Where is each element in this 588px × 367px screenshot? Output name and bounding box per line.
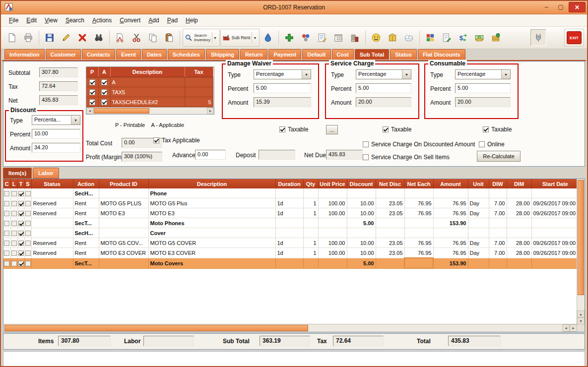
row-flag-cell[interactable] (17, 258, 24, 268)
items-cell[interactable] (99, 258, 148, 268)
items-cell[interactable] (489, 228, 507, 238)
online-checkbox[interactable] (479, 141, 485, 147)
discount-percent-field[interactable]: 10.00 (32, 129, 80, 139)
menu-add[interactable]: Add (144, 15, 163, 26)
items-cell[interactable]: 100.00 (318, 248, 347, 258)
items-cell[interactable]: 76.95 (404, 238, 433, 248)
items-cell[interactable]: Day (468, 248, 489, 258)
items-cell[interactable]: 1d (275, 248, 303, 258)
row-flag-cell[interactable] (10, 258, 17, 268)
items-cell[interactable] (507, 228, 531, 238)
items-cell[interactable]: 100.00 (318, 238, 347, 248)
printable-cell[interactable] (86, 77, 98, 87)
row-flag-checkbox[interactable] (25, 231, 31, 236)
row-flag-cell[interactable] (10, 248, 17, 258)
items-cell[interactable]: SecH... (73, 188, 99, 198)
row-flag-cell[interactable] (10, 188, 17, 198)
items-cell[interactable]: 09/26/2017 09:00 (531, 198, 579, 208)
sc-percent-field[interactable]: 5.00 (356, 83, 411, 93)
items-cell[interactable]: 10.00 (347, 238, 376, 248)
row-flag-cell[interactable] (17, 248, 24, 258)
items-cell[interactable]: 23.05 (376, 208, 404, 218)
row-flag-cell[interactable] (3, 238, 10, 248)
items-cell[interactable] (347, 188, 376, 198)
cons-taxable-option[interactable]: Taxable (483, 126, 512, 133)
items-column-header[interactable]: Product ID (99, 179, 148, 188)
items-cell[interactable]: Reserved (31, 248, 73, 258)
tab-shipping[interactable]: Shipping (206, 49, 239, 60)
items-cell[interactable] (404, 218, 433, 228)
row-flag-checkbox[interactable] (4, 241, 9, 246)
items-cell[interactable] (303, 218, 318, 228)
printable-checkbox[interactable] (89, 89, 95, 95)
row-flag-cell[interactable] (24, 208, 31, 218)
items-cell[interactable] (468, 258, 489, 268)
row-flag-cell[interactable] (17, 218, 24, 228)
items-cell[interactable] (318, 188, 347, 198)
row-flag-checkbox[interactable] (18, 221, 24, 226)
items-table-row[interactable]: SecH...Phone (3, 188, 579, 198)
items-cell[interactable]: 1 (303, 198, 318, 208)
tab-information[interactable]: Information (4, 49, 45, 60)
items-cell[interactable] (99, 188, 148, 198)
items-column-header[interactable]: Discount (347, 179, 376, 188)
items-cell[interactable] (404, 228, 433, 238)
items-cell[interactable]: Rent (73, 198, 99, 208)
items-cell[interactable]: 7.00 (489, 248, 507, 258)
toolbar-edit-note-button[interactable] (439, 29, 455, 46)
items-cell[interactable] (275, 188, 303, 198)
items-cell[interactable] (376, 188, 404, 198)
row-flag-checkbox[interactable] (4, 231, 9, 236)
scroll-down-icon[interactable]: ▼ (577, 317, 585, 324)
toolbar-print-button[interactable] (20, 29, 36, 46)
items-cell[interactable] (489, 218, 507, 228)
items-cell[interactable] (468, 188, 489, 198)
printable-cell[interactable] (86, 87, 98, 97)
row-flag-cell[interactable] (24, 248, 31, 258)
row-flag-checkbox[interactable] (4, 211, 9, 216)
items-column-header[interactable]: C (3, 179, 10, 188)
items-cell[interactable]: Reserved (31, 208, 73, 218)
toolbar-exit-button[interactable]: EXIT (564, 29, 584, 47)
items-cell[interactable] (433, 228, 468, 238)
items-cell[interactable]: MOTO G5 Plus (148, 198, 275, 208)
toolbar-package-button[interactable] (385, 29, 400, 46)
toolbar-group-button[interactable] (298, 29, 314, 46)
toolbar-cut-button[interactable] (129, 29, 144, 46)
row-flag-checkbox[interactable] (25, 261, 31, 266)
items-cell[interactable] (468, 228, 489, 238)
menu-help[interactable]: Help (182, 15, 202, 26)
items-column-header[interactable]: DIM (507, 179, 531, 188)
tax-value-cell[interactable]: 5 (185, 97, 213, 107)
row-flag-checkbox[interactable] (4, 221, 9, 226)
row-flag-cell[interactable] (17, 188, 24, 198)
items-column-header[interactable]: Unit Price (318, 179, 347, 188)
tax-hscroll-thumb[interactable] (94, 108, 149, 114)
row-flag-cell[interactable] (3, 208, 10, 218)
discount-amount-field[interactable]: 34.20 (32, 143, 80, 153)
items-table-row[interactable]: SecH...Cover (3, 228, 579, 238)
tax-value-cell[interactable] (185, 77, 213, 87)
items-cell[interactable]: 153.90 (433, 258, 468, 268)
row-flag-checkbox[interactable] (18, 261, 24, 266)
items-cell[interactable]: 76.95 (433, 208, 468, 218)
dw-percent-field[interactable]: 5.00 (254, 83, 311, 93)
toolbar-cloud-save-button[interactable] (401, 29, 417, 46)
row-flag-cell[interactable] (10, 238, 17, 248)
items-cell[interactable]: 76.95 (433, 198, 468, 208)
cons-taxable-checkbox[interactable] (483, 126, 489, 132)
items-cell[interactable] (303, 258, 318, 268)
items-cell[interactable] (376, 228, 404, 238)
tab-payment[interactable]: Payment (268, 49, 301, 60)
row-flag-checkbox[interactable] (18, 250, 24, 256)
items-cell[interactable] (31, 258, 73, 268)
row-flag-cell[interactable] (24, 198, 31, 208)
tax-table-row[interactable]: TAX5 (86, 87, 213, 97)
items-column-header[interactable]: Duration (275, 179, 303, 188)
toolbar-cubes-button[interactable] (422, 29, 438, 46)
items-cell[interactable]: Phone (148, 188, 275, 198)
row-flag-checkbox[interactable] (25, 191, 31, 196)
items-cell[interactable]: MOTO E3 COVER (99, 248, 148, 258)
row-flag-cell[interactable] (10, 218, 17, 228)
toolbar-convert-button[interactable] (260, 29, 276, 46)
